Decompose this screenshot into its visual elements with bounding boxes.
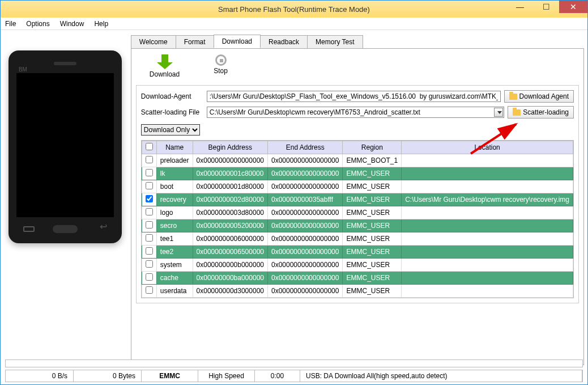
status-time: 0:00 xyxy=(255,370,300,382)
cell-begin: 0x0000000003d80000 xyxy=(193,206,267,219)
row-checkbox[interactable] xyxy=(146,195,153,202)
file-fields: Download-Agent Download Agent Scatter-lo… xyxy=(136,85,579,303)
cell-begin: 0x00000000d3000000 xyxy=(193,285,267,298)
menu-options[interactable]: Options xyxy=(26,20,49,28)
scatter-loading-button[interactable]: Scatter-loading xyxy=(508,106,574,119)
row-checkbox[interactable] xyxy=(146,273,153,281)
cell-name: boot xyxy=(156,180,193,193)
app-window: Smart Phone Flash Tool(Runtime Trace Mod… xyxy=(0,0,588,385)
table-row[interactable]: system0x000000000b0000000x00000000000000… xyxy=(142,259,573,272)
cell-end: 0x0000000000000000 xyxy=(268,206,343,219)
row-checkbox[interactable] xyxy=(146,221,153,229)
table-row[interactable]: recovery0x0000000002d800000x00000000035a… xyxy=(142,193,573,206)
device-screen xyxy=(16,73,114,217)
cell-end: 0x0000000000000000 xyxy=(268,154,343,167)
close-button[interactable]: ✕ xyxy=(559,1,587,13)
row-checkbox[interactable] xyxy=(146,156,153,163)
cell-region: EMMC_USER xyxy=(343,167,402,180)
table-row[interactable]: logo0x0000000003d800000x0000000000000000… xyxy=(142,206,573,219)
tab-readback[interactable]: Readback xyxy=(260,35,308,48)
cell-region: EMMC_USER xyxy=(343,259,402,272)
scatter-dropdown-icon[interactable] xyxy=(494,108,503,117)
tab-download[interactable]: Download xyxy=(214,35,261,48)
cell-region: EMMC_USER xyxy=(343,219,402,232)
status-storage: EMMC xyxy=(142,370,198,382)
cell-location xyxy=(402,246,573,259)
status-bytes: 0 Bytes xyxy=(74,370,142,382)
cell-end: 0x0000000000000000 xyxy=(268,232,343,246)
download-button[interactable]: Download xyxy=(150,54,180,78)
col-region[interactable]: Region xyxy=(343,141,402,154)
tab-strip: Welcome Format Download Readback Memory … xyxy=(131,33,584,48)
cell-name: tee1 xyxy=(156,232,193,246)
cell-name: secro xyxy=(156,219,193,232)
cell-begin: 0x000000000b000000 xyxy=(193,259,267,272)
status-speed: High Speed xyxy=(198,370,255,382)
folder-icon xyxy=(513,109,521,116)
download-agent-input[interactable] xyxy=(207,91,501,102)
cell-name: system xyxy=(156,259,193,272)
table-row[interactable]: cache0x00000000ba0000000x000000000000000… xyxy=(142,272,573,285)
col-name[interactable]: Name xyxy=(156,141,193,154)
window-title: Smart Phone Flash Tool(Runtime Trace Mod… xyxy=(218,5,370,14)
cell-region: EMMC_USER xyxy=(343,193,402,206)
cell-region: EMMC_BOOT_1 xyxy=(343,154,402,167)
table-row[interactable]: preloader0x00000000000000000x00000000000… xyxy=(142,154,573,167)
status-usb: USB: DA Download All(high speed,auto det… xyxy=(300,370,582,382)
col-location[interactable]: Location xyxy=(402,141,573,154)
scatter-file-input[interactable] xyxy=(207,107,504,118)
folder-icon xyxy=(509,94,517,100)
cell-region: EMMC_USER xyxy=(343,232,402,246)
menu-file[interactable]: File xyxy=(5,20,16,28)
cell-region: EMMC_USER xyxy=(343,180,402,193)
download-mode-select[interactable]: Download Only xyxy=(141,124,200,136)
row-checkbox[interactable] xyxy=(146,182,153,189)
tab-welcome[interactable]: Welcome xyxy=(131,35,176,48)
download-agent-button[interactable]: Download Agent xyxy=(504,90,574,103)
header-checkbox[interactable] xyxy=(146,143,153,150)
cell-end: 0x00000000035abfff xyxy=(268,193,343,206)
row-checkbox[interactable] xyxy=(146,286,153,294)
cell-end: 0x0000000000000000 xyxy=(268,167,343,180)
cell-region: EMMC_USER xyxy=(343,285,402,298)
cell-name: preloader xyxy=(156,154,193,167)
cell-region: EMMC_USER xyxy=(343,272,402,285)
cell-begin: 0x0000000006500000 xyxy=(193,246,267,259)
device-back-icon: ↩ xyxy=(100,221,107,232)
cell-location xyxy=(402,206,573,219)
tab-format[interactable]: Format xyxy=(176,35,214,48)
minimize-button[interactable]: — xyxy=(507,1,533,13)
tab-memory-test[interactable]: Memory Test xyxy=(307,35,363,48)
partition-grid[interactable]: Name Begin Address End Address Region Lo… xyxy=(141,140,574,298)
col-begin[interactable]: Begin Address xyxy=(193,141,267,154)
cell-end: 0x0000000000000000 xyxy=(268,246,343,259)
stop-button[interactable]: Stop xyxy=(214,54,228,78)
table-row[interactable]: secro0x00000000052000000x000000000000000… xyxy=(142,219,573,232)
cell-end: 0x0000000000000000 xyxy=(268,272,343,285)
device-menu-icon xyxy=(23,226,35,232)
cell-name: recovery xyxy=(156,193,193,206)
progress-bar xyxy=(5,359,583,367)
menu-help[interactable]: Help xyxy=(94,20,108,28)
table-row[interactable]: tee10x00000000060000000x0000000000000000… xyxy=(142,232,573,246)
row-checkbox[interactable] xyxy=(146,260,153,268)
menu-window[interactable]: Window xyxy=(60,20,84,28)
cell-name: userdata xyxy=(156,285,193,298)
download-arrow-icon xyxy=(157,54,173,69)
row-checkbox[interactable] xyxy=(146,234,153,242)
col-end[interactable]: End Address xyxy=(268,141,343,154)
row-checkbox[interactable] xyxy=(146,247,153,255)
table-row[interactable]: lk0x0000000001c800000x0000000000000000EM… xyxy=(142,167,573,180)
table-row[interactable]: tee20x00000000065000000x0000000000000000… xyxy=(142,246,573,259)
titlebar[interactable]: Smart Phone Flash Tool(Runtime Trace Mod… xyxy=(1,1,587,18)
cell-location xyxy=(402,232,573,246)
cell-location xyxy=(402,259,573,272)
row-checkbox[interactable] xyxy=(146,208,153,215)
table-row[interactable]: userdata0x00000000d30000000x000000000000… xyxy=(142,285,573,298)
cell-location xyxy=(402,272,573,285)
cell-begin: 0x0000000001d80000 xyxy=(193,180,267,193)
maximize-button[interactable]: ☐ xyxy=(533,1,559,13)
row-checkbox[interactable] xyxy=(146,169,153,176)
cell-end: 0x0000000000000000 xyxy=(268,180,343,193)
table-row[interactable]: boot0x0000000001d800000x0000000000000000… xyxy=(142,180,573,193)
